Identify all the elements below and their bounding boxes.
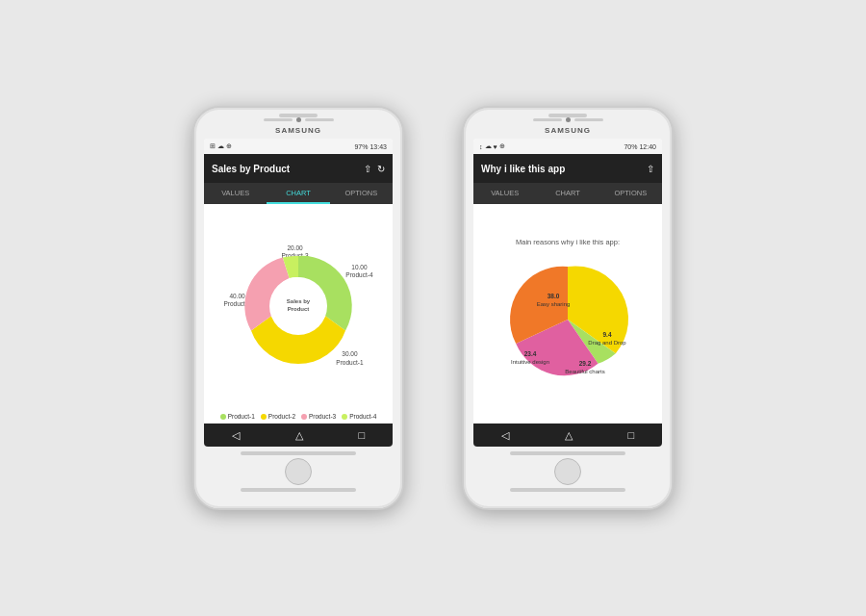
svg-text:38.0: 38.0 <box>547 293 559 299</box>
svg-text:9.4: 9.4 <box>602 331 611 338</box>
bottom-nav-1: ◁ △ □ <box>204 424 393 447</box>
status-bar-2: ↕ ☁ ♥ ⊕ 70% 12:40 <box>473 139 662 154</box>
pie-svg: 38.0 Easy sharing 9.4 Drag and Drop 29.2… <box>494 250 643 390</box>
svg-text:Product: Product <box>287 306 309 312</box>
svg-text:Drag and Drop: Drag and Drop <box>588 340 626 346</box>
legend-item-product4: Product-4 <box>342 413 376 420</box>
status-bar-1: ⊞ ☁ ⊕ 97% 13:43 <box>204 139 393 154</box>
screen-1: ⊞ ☁ ⊕ 97% 13:43 Sales by Product ⇧ ↻ VAL… <box>204 139 393 447</box>
svg-text:29.2: 29.2 <box>578 360 591 367</box>
tab-options-2[interactable]: OPTIONS <box>599 183 662 204</box>
legend-item-product3: Product-3 <box>301 413 336 420</box>
bottom-nav-2: ◁ △ □ <box>473 424 662 447</box>
tab-chart-2[interactable]: CHART <box>536 183 599 204</box>
tab-chart-1[interactable]: CHART <box>267 183 329 204</box>
legend-item-product1: Product-1 <box>220 413 255 420</box>
chart-subtitle: Main reasons why i like this app: <box>516 238 620 246</box>
svg-text:Intuitive design: Intuitive design <box>510 359 548 365</box>
tabs-2: VALUES CHART OPTIONS <box>473 183 662 204</box>
donut-svg: Sales by Product <box>224 237 373 376</box>
chart-area-1: 20.00Product-3 10.00Product-4 40.00Produ… <box>204 204 393 409</box>
share-icon-2[interactable]: ⇧ <box>647 164 654 174</box>
app-title-1: Sales by Product <box>212 164 290 174</box>
battery-2: 70% <box>624 143 637 150</box>
recent-nav-2[interactable]: □ <box>627 429 634 441</box>
app-header-1: Sales by Product ⇧ ↻ <box>204 154 393 183</box>
phone-1: SAMSUNG ⊞ ☁ ⊕ 97% 13:43 Sales by Product… <box>192 106 404 510</box>
phone-2: SAMSUNG ↕ ☁ ♥ ⊕ 70% 12:40 Why i like thi… <box>462 106 674 510</box>
svg-text:23.4: 23.4 <box>523 350 536 357</box>
home-button-2[interactable] <box>554 458 581 485</box>
home-nav-1[interactable]: △ <box>295 429 303 442</box>
brand-1: SAMSUNG <box>275 126 321 135</box>
tabs-1: VALUES CHART OPTIONS <box>204 183 393 204</box>
time-2: 12:40 <box>639 143 656 150</box>
legend-1: Product-1 Product-2 Product-3 Product-4 <box>204 409 393 424</box>
tab-values-2[interactable]: VALUES <box>473 183 536 204</box>
tab-values-1[interactable]: VALUES <box>204 183 267 204</box>
svg-text:Beautiful charts: Beautiful charts <box>565 369 604 374</box>
back-nav-2[interactable]: ◁ <box>501 429 509 442</box>
screen-2: ↕ ☁ ♥ ⊕ 70% 12:40 Why i like this app ⇧ … <box>473 139 662 447</box>
app-header-2: Why i like this app ⇧ <box>473 154 662 183</box>
chart-area-2: Main reasons why i like this app: <box>473 204 662 424</box>
app-title-2: Why i like this app <box>481 164 565 174</box>
legend-item-product2: Product-2 <box>261 413 295 420</box>
donut-outer-1: 20.00Product-3 10.00Product-4 40.00Produ… <box>224 237 373 376</box>
share-icon-1[interactable]: ⇧ <box>364 164 371 174</box>
refresh-icon-1[interactable]: ↻ <box>377 164 385 174</box>
battery-1: 97% <box>354 143 368 150</box>
tab-options-1[interactable]: OPTIONS <box>330 183 393 204</box>
pie-outer: 38.0 Easy sharing 9.4 Drag and Drop 29.2… <box>494 250 643 390</box>
svg-text:Easy sharing: Easy sharing <box>536 301 570 307</box>
recent-nav-1[interactable]: □ <box>358 429 365 441</box>
home-nav-2[interactable]: △ <box>565 429 573 442</box>
brand-2: SAMSUNG <box>545 126 591 135</box>
time-1: 13:43 <box>369 143 387 150</box>
back-nav-1[interactable]: ◁ <box>232 429 240 442</box>
home-button-1[interactable] <box>285 458 312 485</box>
svg-text:Sales by: Sales by <box>286 298 310 304</box>
